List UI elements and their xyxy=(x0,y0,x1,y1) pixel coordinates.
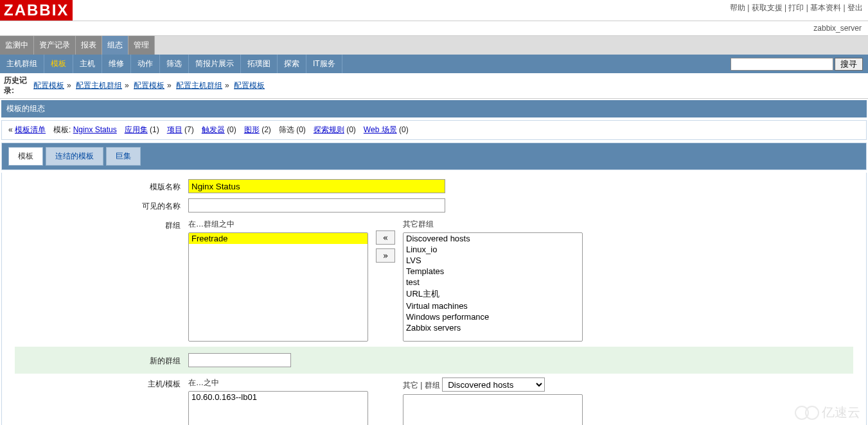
nav2-discovery[interactable]: 探索 xyxy=(278,55,306,73)
infobar-graphs[interactable]: 图形 xyxy=(244,125,260,134)
nav2-itservices[interactable]: IT服务 xyxy=(306,55,342,73)
infobar-items-count: (7) xyxy=(184,125,194,134)
infobar-triggers[interactable]: 触发器 xyxy=(202,125,225,134)
label-in-groups: 在…群组之中 xyxy=(188,218,368,232)
group-move-buttons: « » xyxy=(368,218,403,263)
list-item[interactable]: Windows performance xyxy=(403,311,582,322)
crumb-3[interactable]: 配置主机群组 xyxy=(176,81,222,90)
move-left-button[interactable]: « xyxy=(376,230,395,245)
nav2-hostgroups[interactable]: 主机群组 xyxy=(0,55,44,73)
nav-secondary: 主机群组 模板 主机 维修 动作 筛选 简报片展示 拓璞图 探索 IT服务 xyxy=(0,55,342,73)
tab-macros[interactable]: 巨集 xyxy=(106,147,141,166)
other-group-col: 其它群组 Discovered hosts Linux_io LVS Templ… xyxy=(403,218,583,342)
row-new-group: 新的群组 xyxy=(15,347,853,374)
hosts-in-col: 在…之中 10.60.0.163--lb01 xyxy=(188,376,368,425)
template-name-block: 模板: Nginx Status xyxy=(53,125,117,135)
form-area: 模版名称 可见的名称 群组 在…群组之中 Freetrade « » 其它群组 … xyxy=(1,173,867,425)
crumb-2[interactable]: 配置模板 xyxy=(134,81,164,90)
in-group-col: 在…群组之中 Freetrade xyxy=(188,218,368,342)
host-section: 在…之中 10.60.0.163--lb01 其它 | 群组 Discovere… xyxy=(188,376,583,425)
row-template-name: 模版名称 xyxy=(15,179,853,193)
nav1-reports[interactable]: 报表 xyxy=(76,36,102,55)
listbox-other-groups[interactable]: Discovered hosts Linux_io LVS Templates … xyxy=(403,232,583,342)
nav2-topology[interactable]: 拓璞图 xyxy=(241,55,278,73)
top-link-logout[interactable]: 登出 xyxy=(847,3,863,12)
nav1-configuration[interactable]: 组态 xyxy=(102,36,128,55)
template-list-back[interactable]: « 模板清单 xyxy=(8,125,46,135)
top-link-profile[interactable]: 基本资料 xyxy=(810,3,841,12)
logo: ZABBIX xyxy=(0,0,73,21)
nav-secondary-row: 主机群组 模板 主机 维修 动作 筛选 简报片展示 拓璞图 探索 IT服务 搜寻 xyxy=(0,55,868,73)
top-links: 帮助 | 获取支援 | 打印 | 基本资料 | 登出 xyxy=(725,0,868,16)
input-new-group[interactable] xyxy=(188,353,291,367)
infobar-filter: 筛选 xyxy=(279,125,294,134)
infobar-discovery-count: (0) xyxy=(346,125,356,134)
nav2-actions[interactable]: 动作 xyxy=(131,55,160,73)
row-hosts: 主机/模板 在…之中 10.60.0.163--lb01 其它 | 群组 Dis… xyxy=(15,376,853,425)
label-other-groups: 其它群组 xyxy=(403,218,583,232)
label-hosts-other: 其它 | 群组 Discovered hosts xyxy=(403,376,583,394)
list-item[interactable]: Linux_io xyxy=(403,244,582,255)
listbox-hosts-other[interactable] xyxy=(403,394,583,425)
history-label: 历史记录: xyxy=(4,76,33,96)
move-right-button[interactable]: » xyxy=(376,248,395,263)
crumb-1[interactable]: 配置主机群组 xyxy=(76,81,122,90)
search-input[interactable] xyxy=(731,58,833,71)
label-visible-name: 可见的名称 xyxy=(15,198,188,212)
top-link-print[interactable]: 打印 xyxy=(788,3,804,12)
input-visible-name[interactable] xyxy=(188,198,445,212)
label-hosts: 主机/模板 xyxy=(15,376,188,390)
list-item[interactable]: Templates xyxy=(403,266,582,277)
list-item[interactable]: Zabbix servers xyxy=(403,322,582,333)
crumb-0[interactable]: 配置模板 xyxy=(33,81,64,90)
row-groups: 群组 在…群组之中 Freetrade « » 其它群组 Discovered … xyxy=(15,218,853,342)
template-name-link[interactable]: Nginx Status xyxy=(73,125,117,134)
crumb-sep: » xyxy=(64,81,74,90)
section-header: 模板的组态 xyxy=(1,100,867,117)
history-row: 历史记录: 配置模板» 配置主机群组» 配置模板» 配置主机群组» 配置模板 xyxy=(0,73,868,99)
template-list-link[interactable]: 模板清单 xyxy=(15,125,46,134)
infobar-applications[interactable]: 应用集 xyxy=(125,125,148,134)
tab-template[interactable]: 模板 xyxy=(8,147,43,166)
infobar-items[interactable]: 项目 xyxy=(167,125,182,134)
list-item[interactable]: Virtual machines xyxy=(403,300,582,311)
tab-linked-templates[interactable]: 连结的模板 xyxy=(46,147,103,166)
list-item[interactable]: LVS xyxy=(403,255,582,266)
nav1-monitoring[interactable]: 监测中 xyxy=(0,36,34,55)
list-item[interactable]: Freetrade xyxy=(189,233,368,244)
nav2-templates[interactable]: 模板 xyxy=(44,55,73,73)
search-box: 搜寻 xyxy=(725,56,868,72)
infobar-applications-count: (1) xyxy=(150,125,159,134)
infobar-web[interactable]: Web 场景 xyxy=(364,125,397,134)
listbox-in-groups[interactable]: Freetrade xyxy=(188,232,368,342)
top-bar: ZABBIX 帮助 | 获取支援 | 打印 | 基本资料 | 登出 xyxy=(0,0,868,21)
list-item[interactable]: URL主机 xyxy=(403,288,582,300)
list-item[interactable]: Discovered hosts xyxy=(403,233,582,244)
label-groups: 群组 xyxy=(15,218,188,231)
infobar-graphs-count: (2) xyxy=(261,125,271,134)
listbox-hosts-in[interactable]: 10.60.0.163--lb01 xyxy=(188,391,368,425)
search-button[interactable]: 搜寻 xyxy=(835,58,863,71)
crumb-4[interactable]: 配置模板 xyxy=(234,81,265,90)
tabs: 模板 连结的模板 巨集 xyxy=(8,147,860,166)
row-visible-name: 可见的名称 xyxy=(15,198,853,212)
list-item[interactable]: 10.60.0.163--lb01 xyxy=(189,392,368,403)
list-item[interactable]: test xyxy=(403,277,582,288)
top-link-help[interactable]: 帮助 xyxy=(730,3,745,12)
server-name: zabbix_server xyxy=(0,21,868,36)
infobar-discovery[interactable]: 探索规则 xyxy=(314,125,344,134)
hosts-other-col: 其它 | 群组 Discovered hosts xyxy=(403,376,583,425)
top-link-support[interactable]: 获取支援 xyxy=(752,3,783,12)
nav1-inventory[interactable]: 资产记录 xyxy=(34,36,76,55)
nav2-hosts[interactable]: 主机 xyxy=(73,55,102,73)
label-hosts-in: 在…之中 xyxy=(188,376,368,391)
nav1-administration[interactable]: 管理 xyxy=(128,36,155,55)
nav2-slideshow[interactable]: 简报片展示 xyxy=(189,55,241,73)
dropdown-other-group[interactable]: Discovered hosts xyxy=(442,377,545,392)
nav2-maintenance[interactable]: 维修 xyxy=(102,55,131,73)
label-new-group: 新的群组 xyxy=(15,353,188,367)
infobar-web-count: (0) xyxy=(399,125,409,134)
nav2-filter[interactable]: 筛选 xyxy=(160,55,189,73)
infobar-triggers-count: (0) xyxy=(227,125,236,134)
input-template-name[interactable] xyxy=(188,179,445,193)
